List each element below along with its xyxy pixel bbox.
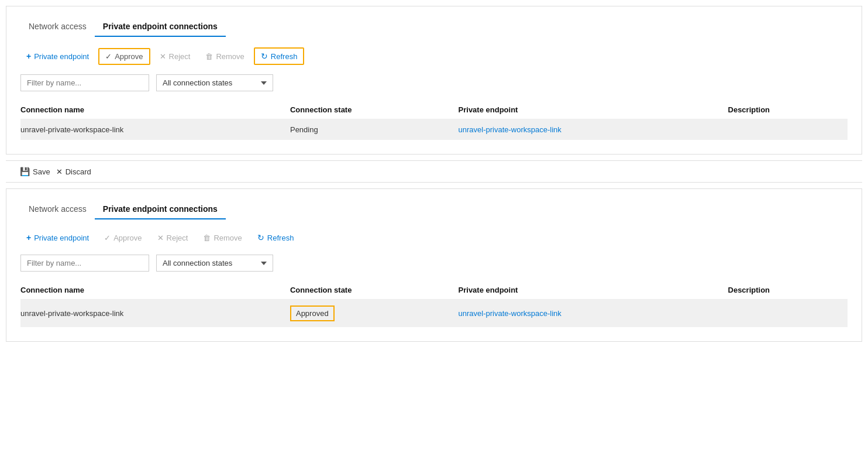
private-endpoint-link-top[interactable]: unravel-private-workspace-link [459, 125, 562, 134]
trash-icon-bottom: 🗑 [203, 234, 211, 242]
cell-private-endpoint-top[interactable]: unravel-private-workspace-link [459, 119, 728, 140]
add-private-endpoint-button-bottom[interactable]: + Private endpoint [20, 230, 95, 245]
discard-button[interactable]: ✕ Discard [56, 167, 91, 176]
cell-description-bottom [728, 300, 848, 328]
refresh-button-top[interactable]: ↻ Refresh [254, 47, 305, 65]
col-description-top: Description [728, 101, 848, 119]
filter-state-wrapper-bottom: All connection states Approved Pending R… [156, 255, 273, 272]
state-approved-badge: Approved [290, 305, 335, 321]
tab-network-access-bottom[interactable]: Network access [20, 201, 95, 219]
plus-icon-top: + [26, 52, 31, 61]
col-connection-state-bottom: Connection state [290, 281, 459, 300]
x-icon-discard: ✕ [56, 167, 63, 176]
filter-state-select-top[interactable]: All connection states Approved Pending R… [156, 74, 273, 91]
approve-button-top[interactable]: ✓ Approve [98, 48, 150, 65]
connections-table-bottom: Connection name Connection state Private… [20, 281, 848, 327]
trash-icon-top: 🗑 [205, 52, 213, 61]
tab-bar-top: Network access Private endpoint connecti… [20, 18, 848, 37]
remove-button-bottom[interactable]: 🗑 Remove [197, 231, 247, 245]
save-icon: 💾 [20, 167, 30, 176]
cell-private-endpoint-bottom[interactable]: unravel-private-workspace-link [459, 300, 728, 328]
approve-button-bottom[interactable]: ✓ Approve [98, 231, 147, 245]
col-connection-name-top: Connection name [20, 101, 290, 119]
refresh-button-bottom[interactable]: ↻ Refresh [252, 230, 300, 245]
panel-top: Network access Private endpoint connecti… [6, 6, 862, 155]
filter-state-wrapper-top: All connection states Approved Pending R… [156, 74, 273, 91]
panel-bottom: Network access Private endpoint connecti… [6, 188, 862, 342]
toolbar-bottom: + Private endpoint ✓ Approve ✕ Reject 🗑 … [20, 230, 848, 245]
add-private-endpoint-button-top[interactable]: + Private endpoint [20, 49, 95, 64]
save-bar: 💾 Save ✕ Discard [6, 160, 862, 183]
tab-bar-bottom: Network access Private endpoint connecti… [20, 201, 848, 219]
refresh-icon-top: ↻ [261, 52, 268, 61]
remove-button-top[interactable]: 🗑 Remove [199, 49, 250, 64]
toolbar-top: + Private endpoint ✓ Approve ✕ Reject 🗑 … [20, 47, 848, 65]
table-row[interactable]: unravel-private-workspace-link Pending u… [20, 119, 848, 140]
cell-description-top [728, 119, 848, 140]
cell-connection-name-top: unravel-private-workspace-link [20, 119, 290, 140]
x-icon-reject-top: ✕ [160, 52, 166, 61]
filter-name-input-bottom[interactable] [20, 255, 149, 272]
check-icon-bottom: ✓ [104, 234, 111, 242]
plus-icon-bottom: + [26, 233, 31, 242]
filters-bottom: All connection states Approved Pending R… [20, 255, 848, 272]
private-endpoint-link-bottom[interactable]: unravel-private-workspace-link [459, 309, 562, 318]
col-private-endpoint-bottom: Private endpoint [459, 281, 728, 300]
connections-table-top: Connection name Connection state Private… [20, 101, 848, 140]
tab-private-endpoint-connections-top[interactable]: Private endpoint connections [95, 18, 226, 37]
col-connection-state-top: Connection state [290, 101, 459, 119]
check-icon-top: ✓ [105, 52, 112, 61]
reject-button-bottom[interactable]: ✕ Reject [151, 231, 194, 245]
save-button[interactable]: 💾 Save [20, 167, 50, 176]
reject-button-top[interactable]: ✕ Reject [154, 49, 197, 64]
col-private-endpoint-top: Private endpoint [459, 101, 728, 119]
x-icon-reject-bottom: ✕ [157, 234, 164, 242]
col-connection-name-bottom: Connection name [20, 281, 290, 300]
table-row[interactable]: unravel-private-workspace-link Approved … [20, 300, 848, 328]
filter-state-select-bottom[interactable]: All connection states Approved Pending R… [156, 255, 273, 272]
filter-name-input-top[interactable] [20, 74, 149, 91]
cell-connection-name-bottom: unravel-private-workspace-link [20, 300, 290, 328]
tab-network-access-top[interactable]: Network access [20, 18, 95, 37]
cell-connection-state-bottom: Approved [290, 300, 459, 328]
filters-top: All connection states Approved Pending R… [20, 74, 848, 91]
cell-connection-state-top: Pending [290, 119, 459, 140]
tab-private-endpoint-connections-bottom[interactable]: Private endpoint connections [95, 201, 226, 219]
col-description-bottom: Description [728, 281, 848, 300]
refresh-icon-bottom: ↻ [257, 233, 264, 242]
